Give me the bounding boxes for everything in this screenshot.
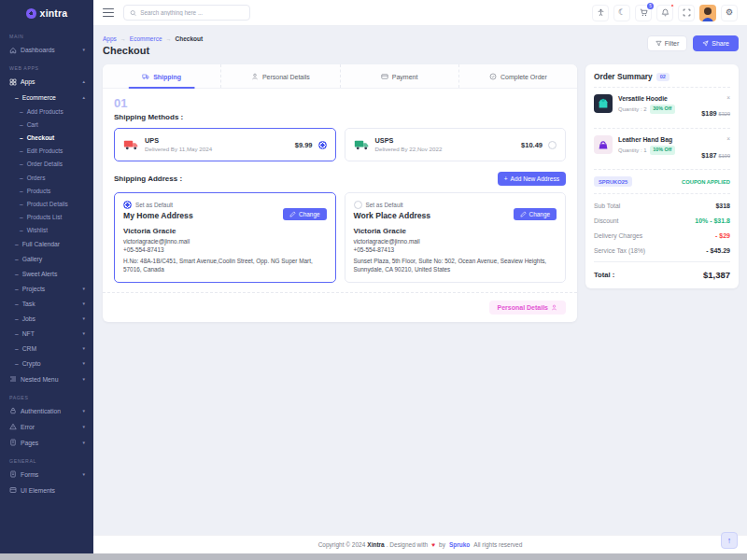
method-price: $10.49	[521, 141, 543, 149]
order-totals: Sub Total$318Discount10% - $31.8Delivery…	[594, 194, 730, 258]
change-address-button[interactable]: Change	[514, 208, 557, 220]
hamburger-menu-icon[interactable]	[103, 8, 114, 18]
shipping-method-usps[interactable]: USPSDelivered By 22,Nov 2022$10.49	[345, 128, 567, 161]
nested-icon	[9, 375, 17, 383]
remove-item-icon[interactable]: ×	[701, 94, 730, 102]
default-radio[interactable]	[123, 201, 132, 209]
form-icon	[9, 470, 17, 478]
sidebar-item-nft[interactable]: –NFT▼	[0, 327, 93, 342]
sidebar-item-pages[interactable]: Pages▼	[0, 435, 93, 451]
sidebar-item-task[interactable]: –Task▼	[0, 297, 93, 312]
sidebar-item-nested-menu[interactable]: Nested Menu▼	[0, 371, 93, 387]
sidebar-item-dashboards[interactable]: Dashboards▼	[0, 42, 93, 58]
tab-payment[interactable]: Payment	[341, 64, 459, 88]
tab-personal-details[interactable]: Personal Details	[221, 64, 340, 88]
sidebar-item-projects[interactable]: –Projects▼	[0, 282, 93, 297]
breadcrumb-apps[interactable]: Apps	[103, 35, 117, 42]
sidebar-item-products-list[interactable]: –Products List	[0, 211, 93, 224]
sidebar-item-product-details[interactable]: –Product Details	[0, 197, 93, 210]
bullet-dash: –	[15, 330, 19, 337]
tab-shipping[interactable]: Shipping	[103, 64, 221, 88]
address-full-text: Sunset Plaza, 5th Floor, Suite No: 502, …	[354, 257, 557, 274]
notifications-bell-icon[interactable]	[656, 5, 673, 21]
filter-button[interactable]: Filter	[647, 35, 688, 51]
tab-complete-order[interactable]: Complete Order	[459, 64, 577, 88]
breadcrumb-ecommerce[interactable]: Ecommerce	[130, 35, 162, 42]
method-radio[interactable]	[548, 141, 557, 149]
order-item-price: $187	[701, 151, 716, 160]
method-delivery-date: Delivered By 11,May 2024	[145, 146, 212, 153]
address-email: victoriagracie@jinno.mail	[123, 238, 327, 245]
footer-author-link[interactable]: Spruko	[449, 541, 470, 548]
sidebar-item-jobs[interactable]: –Jobs▼	[0, 312, 93, 327]
default-radio[interactable]	[354, 201, 362, 209]
grid-icon	[9, 78, 17, 86]
main-content: Apps→Ecommerce→Checkout Checkout Filter …	[93, 26, 747, 536]
sidebar-item-gallery[interactable]: –Gallery	[0, 252, 93, 267]
bullet-dash: –	[20, 121, 23, 128]
sidebar-item-cart[interactable]: –Cart	[0, 118, 93, 131]
next-step-personal-details-button[interactable]: Personal Details	[489, 301, 566, 315]
sidebar-item-label: Order Details	[27, 161, 63, 167]
order-count-badge: 02	[656, 73, 669, 81]
gear-icon[interactable]: ⚙	[721, 5, 738, 21]
add-new-address-button[interactable]: + Add New Address	[498, 172, 566, 186]
sidebar-item-full-calendar[interactable]: –Full Calendar	[0, 237, 93, 252]
sidebar-item-apps[interactable]: Apps▲	[0, 74, 93, 90]
sidebar-item-crypto[interactable]: –Crypto▼	[0, 357, 93, 371]
order-item-name: Versatile Hoodie	[618, 94, 675, 104]
sidebar-item-label: Projects	[22, 286, 46, 292]
bullet-dash: –	[20, 134, 23, 141]
sidebar-item-edit-products[interactable]: –Edit Products	[0, 145, 93, 158]
coupon-code-badge[interactable]: SPRUKO25	[594, 176, 632, 187]
footer-brand: Xintra	[367, 541, 384, 548]
sidebar-item-products[interactable]: –Products	[0, 184, 93, 197]
sidebar-item-crm[interactable]: –CRM▼	[0, 342, 93, 357]
discount-badge: 10% Off	[650, 146, 675, 156]
sidebar-item-authentication[interactable]: Authentication▼	[0, 403, 93, 419]
step-number: 01	[114, 96, 566, 110]
share-button[interactable]: Share	[693, 35, 739, 51]
sidebar-item-wishlist[interactable]: –Wishlist	[0, 224, 93, 237]
bullet-dash: –	[15, 360, 19, 367]
sidebar-item-ui-elements[interactable]: UI Elements	[0, 483, 93, 498]
sidebar-item-sweet-alerts[interactable]: –Sweet Alerts	[0, 267, 93, 282]
tab-label: Personal Details	[262, 74, 310, 80]
method-info: USPSDelivered By 22,Nov 2022	[375, 136, 443, 153]
filter-icon	[655, 40, 662, 47]
address-person-name: Victoria Gracie	[123, 227, 327, 235]
search-box[interactable]	[123, 5, 250, 21]
check-icon	[489, 73, 497, 80]
remove-item-icon[interactable]: ×	[701, 135, 730, 143]
brand-name: xintra	[40, 7, 68, 19]
sidebar-item-label: Orders	[27, 175, 46, 181]
sidebar-item-orders[interactable]: –Orders	[0, 171, 93, 184]
user-avatar[interactable]	[699, 5, 716, 21]
address-card-my-home-address[interactable]: Set as DefaultMy Home AddressChangeVicto…	[114, 192, 336, 283]
chevron-down-icon: ▼	[82, 472, 86, 477]
shipping-method-ups[interactable]: UPSDelivered By 11,May 2024$9.99	[114, 128, 336, 161]
order-item-right: ×$189$329	[701, 94, 730, 121]
address-card-work-place-address[interactable]: Set as DefaultWork Place AddressChangeVi…	[345, 192, 567, 283]
brand-logo[interactable]: xintra	[0, 0, 93, 26]
method-radio[interactable]	[318, 141, 327, 149]
fullscreen-icon[interactable]	[678, 5, 695, 21]
search-input[interactable]	[140, 9, 244, 16]
dark-mode-moon-icon[interactable]: ☾	[613, 5, 630, 21]
sidebar-item-add-products[interactable]: –Add Products	[0, 105, 93, 118]
sidebar-item-ecommerce[interactable]: –Ecommerce▲	[0, 90, 93, 105]
page-footer: Copyright © 2024 Xintra. Designed with ♥…	[93, 535, 747, 553]
card-icon	[381, 73, 388, 80]
bullet-dash: –	[15, 241, 19, 247]
sidebar-item-forms[interactable]: Forms▼	[0, 467, 93, 483]
sidebar-item-error[interactable]: Error▼	[0, 419, 93, 435]
bullet-dash: –	[15, 256, 19, 262]
accessibility-icon[interactable]	[592, 5, 609, 21]
change-address-button[interactable]: Change	[283, 208, 326, 220]
sidebar-item-checkout[interactable]: –Checkout	[0, 131, 93, 144]
sidebar-item-label: Checkout	[27, 134, 55, 141]
cart-icon[interactable]: 5	[635, 5, 652, 21]
bullet-dash: –	[15, 271, 19, 277]
scroll-to-top-button[interactable]: ↑	[721, 532, 738, 549]
sidebar-item-order-details[interactable]: –Order Details	[0, 158, 93, 171]
